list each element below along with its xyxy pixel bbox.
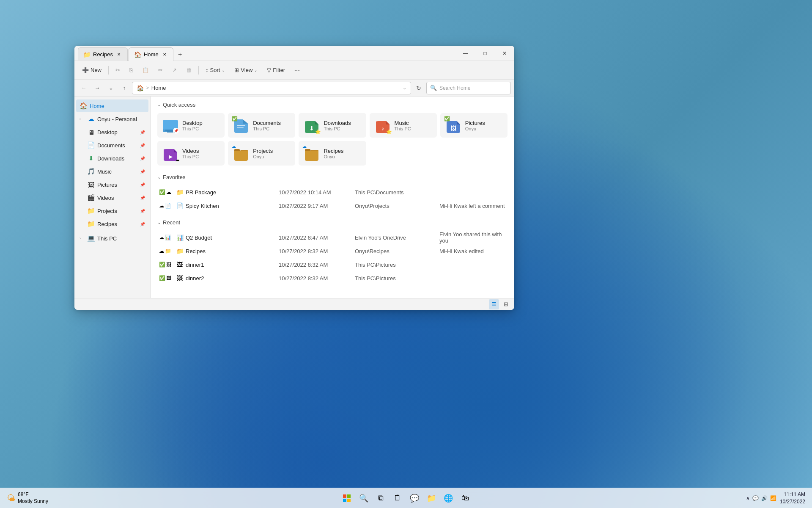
dropdown-button[interactable]: ⌄ (105, 82, 117, 94)
maximize-button[interactable]: □ (475, 46, 495, 61)
folder-tile-projects[interactable]: ☁ Projects Onyu (228, 141, 295, 166)
addressbar: ← → ⌄ ↑ 🏠 > Home ⌄ ↻ 🔍 Search Home (74, 80, 514, 97)
pr-package-badges: ✅ ☁ (159, 189, 171, 195)
sidebar-item-desktop[interactable]: 🖥 Desktop 📌 (76, 126, 148, 138)
quick-access-header[interactable]: ⌄ Quick access (157, 102, 508, 108)
folder-icon-wrap-downloads: ⬇ ⭐ (303, 117, 320, 134)
folder-sub-pictures: Onyu (465, 126, 485, 131)
folder-tile-videos[interactable]: ▶ ☁ Videos This PC (157, 141, 225, 166)
sidebar-item-home[interactable]: 🏠 Home (76, 99, 148, 112)
sidebar-item-onyu[interactable]: › ☁ Onyu - Personal (76, 113, 148, 125)
rename-button[interactable]: ✏ (154, 64, 167, 77)
chat-button[interactable]: 💬 (407, 491, 422, 506)
spicy-kitchen-date: 10/27/2022 9:17 AM (279, 203, 355, 209)
clock[interactable]: 11:11 AM 10/27/2022 (780, 491, 805, 505)
widgets-button[interactable]: 🗒 (390, 491, 405, 506)
folder-tile-desktop[interactable]: 📌 Desktop This PC (157, 113, 225, 138)
list-item-q2-budget[interactable]: ☁ 📊 📊 Q2 Budget 10/27/2022 8:47 AM Elvin… (157, 231, 508, 244)
taskbar-center: 🔍 ⧉ 🗒 💬 📁 🌐 🛍 (339, 491, 473, 506)
folder-info-documents: Documents This PC (253, 120, 281, 131)
store-button[interactable]: 🛍 (458, 491, 473, 506)
list-view-button[interactable]: ☰ (489, 299, 499, 309)
more-button[interactable]: ··· (290, 64, 304, 77)
folder-tile-downloads[interactable]: ⬇ ⭐ Downloads This PC (299, 113, 366, 138)
cut-button[interactable]: ✂ (111, 64, 124, 77)
new-button[interactable]: ➕ New (78, 64, 106, 77)
list-item-spicy-kitchen[interactable]: ☁ 📄 📄 Spicy Kitchen 10/27/2022 9:17 AM O… (157, 199, 508, 213)
folder-tile-documents[interactable]: ✅ Documents This PC (228, 113, 295, 138)
sidebar-item-documents[interactable]: 📄 Documents 📌 (76, 139, 148, 152)
sidebar-item-projects[interactable]: 📁 Projects 📌 (76, 204, 148, 217)
dinner1-name: dinner1 (186, 262, 279, 268)
delete-button[interactable]: 🗑 (182, 64, 196, 77)
paste-button[interactable]: 📋 (138, 64, 153, 77)
sidebar-item-pictures[interactable]: 🖼 Pictures 📌 (76, 178, 148, 191)
pictures-folder-icon: 🖼 (87, 181, 95, 188)
add-tab-button[interactable]: + (174, 49, 186, 61)
dinner2-location: This PC\Pictures (355, 275, 439, 282)
folder-tile-music[interactable]: ♪ ⭐ Music This PC (370, 113, 437, 138)
sidebar-music-label: Music (97, 168, 112, 175)
search-taskbar-button[interactable]: 🔍 (356, 491, 371, 506)
tab-home-icon: 🏠 (134, 51, 141, 58)
tray-message-icon[interactable]: 💬 (752, 495, 759, 501)
refresh-button[interactable]: ↻ (413, 82, 425, 94)
recipes-recent-location: Onyu\Recipes (355, 248, 439, 254)
back-button[interactable]: ← (78, 82, 90, 94)
share-button[interactable]: ↗ (168, 64, 181, 77)
tray-chevron[interactable]: ∧ (746, 495, 750, 501)
sidebar-item-downloads[interactable]: ⬇ Downloads 📌 (76, 152, 148, 165)
tray-volume-icon[interactable]: 🔊 (761, 495, 768, 501)
list-item-dinner1[interactable]: ✅ 🖼 🖼 dinner1 10/27/2022 8:32 AM This PC… (157, 258, 508, 271)
tray-network-icon[interactable]: 📶 (770, 495, 776, 501)
address-box[interactable]: 🏠 > Home ⌄ (132, 82, 411, 94)
search-box[interactable]: 🔍 Search Home (426, 82, 511, 94)
recent-header[interactable]: ⌄ Recent (157, 219, 508, 226)
list-item-recipes-recent[interactable]: ☁ 📁 📁 Recipes 10/27/2022 8:32 AM Onyu\Re… (157, 244, 508, 258)
favorites-header[interactable]: ⌄ Favorites (157, 174, 508, 180)
grid-view-button[interactable]: ⊞ (501, 299, 511, 309)
folder-name-desktop: Desktop (182, 120, 203, 126)
tab-recipes-close[interactable]: ✕ (115, 51, 122, 58)
weather-widget[interactable]: 🌤 68°F Mostly Sunny (7, 491, 48, 505)
forward-button[interactable]: → (91, 82, 103, 94)
minimize-button[interactable]: — (456, 46, 475, 61)
sidebar-onyu-label: Onyu - Personal (97, 116, 137, 122)
folder-sub-music: This PC (395, 126, 411, 131)
list-item-dinner2[interactable]: ✅ 🖼 🖼 dinner2 10/27/2022 8:32 AM This PC… (157, 271, 508, 285)
pictures-cloud-icon: ✅ (444, 116, 450, 121)
downloads-star-badge: ⭐ (315, 129, 321, 135)
sidebar-item-videos[interactable]: 🎬 Videos 📌 (76, 191, 148, 204)
edge-button[interactable]: 🌐 (441, 491, 456, 506)
downloads-folder-icon: ⬇ (87, 155, 95, 162)
view-button[interactable]: ⊞ View ⌄ (230, 64, 262, 77)
pr-package-name: PR Package (186, 189, 279, 196)
folder-name-downloads: Downloads (324, 120, 351, 126)
tab-home-close[interactable]: ✕ (161, 51, 168, 58)
tab-recipes-icon: 📁 (83, 51, 91, 58)
dinner1-icon: 🖼 (174, 261, 186, 268)
folder-icon-wrap-videos: ▶ ☁ (162, 145, 179, 162)
sort-button[interactable]: ↕ Sort ⌄ (201, 64, 229, 77)
folder-sub-desktop: This PC (182, 126, 203, 131)
taskview-button[interactable]: ⧉ (373, 491, 388, 506)
sidebar-item-thispc[interactable]: › 💻 This PC (76, 232, 148, 245)
folder-tile-recipes[interactable]: ☁ Recipes Onyu (299, 141, 366, 166)
explorer-taskbar-button[interactable]: 📁 (424, 491, 439, 506)
up-button[interactable]: ↑ (118, 82, 130, 94)
start-button[interactable] (339, 491, 354, 506)
filter-button[interactable]: ▽ Filter (263, 64, 289, 77)
folder-icon-wrap-pictures: 🖼 ✅ (445, 117, 462, 134)
close-button[interactable]: ✕ (495, 46, 514, 61)
tab-home[interactable]: 🏠 Home ✕ (129, 47, 173, 61)
sidebar-item-music[interactable]: 🎵 Music 📌 (76, 165, 148, 178)
folder-tile-pictures[interactable]: 🖼 ✅ Pictures Onyu (440, 113, 508, 138)
tab-recipes[interactable]: 📁 Recipes ✕ (78, 47, 128, 61)
sidebar-item-recipes[interactable]: 📁 Recipes 📌 (76, 218, 148, 230)
list-item-pr-package[interactable]: ✅ ☁ 📁 PR Package 10/27/2022 10:14 AM Thi… (157, 185, 508, 199)
dinner1-badge-1: ✅ (159, 262, 165, 268)
folder-sub-videos: This PC (182, 154, 199, 159)
folder-info-videos: Videos This PC (182, 148, 199, 159)
copy-button[interactable]: ⎘ (125, 64, 137, 77)
spicy-kitchen-location: Onyu\Projects (355, 203, 439, 209)
